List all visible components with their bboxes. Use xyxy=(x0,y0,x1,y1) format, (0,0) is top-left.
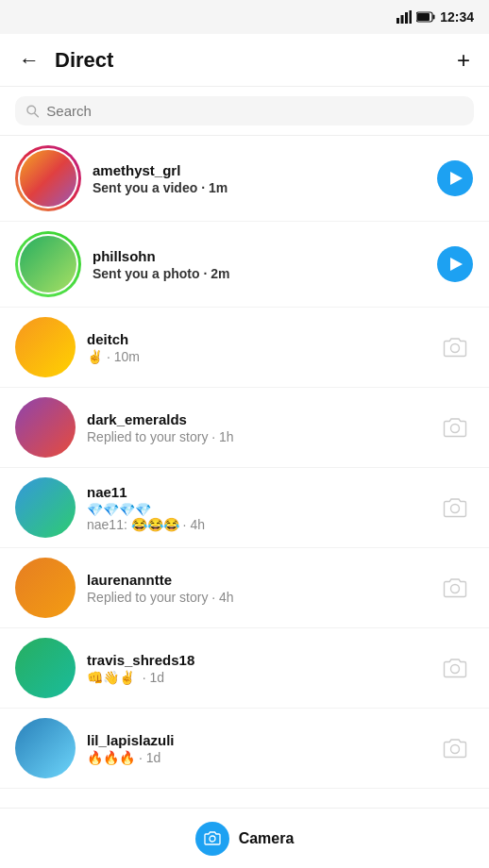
svg-rect-0 xyxy=(396,18,399,24)
message-username: nae11 xyxy=(87,484,425,500)
search-container xyxy=(0,87,489,136)
avatar xyxy=(15,638,76,698)
svg-rect-5 xyxy=(433,15,435,20)
message-preview: Sent you a video · 1m xyxy=(93,180,425,195)
avatar xyxy=(15,718,76,778)
avatar xyxy=(15,558,76,618)
camera-label[interactable]: Camera xyxy=(239,830,295,847)
list-item[interactable]: amethyst_grl Sent you a video · 1m xyxy=(0,136,489,222)
message-preview-line1: 💎💎💎💎 xyxy=(87,502,425,517)
svg-point-9 xyxy=(451,344,460,353)
avatar xyxy=(15,397,76,458)
svg-rect-2 xyxy=(405,12,408,24)
list-item[interactable]: deitch ✌️ · 10m xyxy=(0,308,489,388)
svg-rect-3 xyxy=(410,10,413,24)
camera-action-button[interactable] xyxy=(436,729,474,767)
message-content: phillsohn Sent you a photo · 2m xyxy=(93,248,425,281)
avatar-ring xyxy=(15,231,81,297)
camera-icon xyxy=(443,337,467,358)
list-item[interactable]: dark_emeralds Replied to your story · 1h xyxy=(0,388,489,468)
avatar xyxy=(15,317,76,377)
message-username: travis_shreds18 xyxy=(87,652,425,668)
message-content: laurenanntte Replied to your story · 4h xyxy=(87,572,425,605)
message-content: travis_shreds18 👊👋✌️ · 1d xyxy=(87,652,425,685)
message-username: lil_lapislazuli xyxy=(87,732,425,748)
search-icon xyxy=(26,105,39,118)
camera-action-button[interactable] xyxy=(436,328,474,366)
message-username: phillsohn xyxy=(93,248,425,264)
camera-action-button[interactable] xyxy=(436,569,474,607)
message-content: amethyst_grl Sent you a video · 1m xyxy=(93,162,425,195)
message-preview: 🔥🔥🔥 · 1d xyxy=(87,750,425,765)
camera-bottom-icon xyxy=(195,822,229,856)
bottom-bar: Camera xyxy=(0,808,489,868)
play-circle xyxy=(437,246,473,282)
play-triangle-icon xyxy=(450,172,463,185)
play-button[interactable] xyxy=(436,159,474,197)
camera-icon xyxy=(443,417,467,438)
play-circle xyxy=(437,160,473,196)
list-item[interactable]: nae11 💎💎💎💎 nae11: 😂😂😂 · 4h xyxy=(0,468,489,548)
camera-action-button[interactable] xyxy=(436,489,474,526)
new-message-button[interactable]: + xyxy=(453,43,474,77)
message-preview: Replied to your story · 1h xyxy=(87,429,425,444)
list-item[interactable]: travis_shreds18 👊👋✌️ · 1d xyxy=(0,628,489,709)
svg-point-14 xyxy=(451,745,460,754)
message-list: amethyst_grl Sent you a video · 1m phill… xyxy=(0,136,489,789)
page-title: Direct xyxy=(55,48,453,73)
avatar xyxy=(20,150,76,207)
header: ← Direct + xyxy=(0,34,489,87)
svg-point-10 xyxy=(451,425,460,433)
status-time: 12:34 xyxy=(440,9,474,25)
message-content: lil_lapislazuli 🔥🔥🔥 · 1d xyxy=(87,732,425,765)
camera-icon xyxy=(443,738,467,759)
camera-icon xyxy=(204,831,221,845)
avatar-ring xyxy=(15,145,81,211)
camera-icon xyxy=(443,658,467,678)
back-button[interactable]: ← xyxy=(15,44,43,76)
message-content: nae11 💎💎💎💎 nae11: 😂😂😂 · 4h xyxy=(87,484,425,532)
svg-point-12 xyxy=(451,585,460,593)
svg-point-13 xyxy=(451,665,460,674)
svg-line-8 xyxy=(35,112,39,116)
list-item[interactable]: lil_lapislazuli 🔥🔥🔥 · 1d xyxy=(0,709,489,789)
message-content: dark_emeralds Replied to your story · 1h xyxy=(87,411,425,444)
camera-icon xyxy=(443,577,467,598)
avatar xyxy=(15,477,76,538)
message-username: dark_emeralds xyxy=(87,411,425,427)
message-preview: Replied to your story · 4h xyxy=(87,590,425,605)
search-wrapper[interactable] xyxy=(15,96,474,125)
message-preview: ✌️ · 10m xyxy=(87,349,425,364)
message-username: amethyst_grl xyxy=(93,162,425,178)
svg-point-15 xyxy=(210,836,215,842)
svg-rect-6 xyxy=(417,13,430,21)
list-item[interactable]: laurenanntte Replied to your story · 4h xyxy=(0,548,489,628)
message-preview: Sent you a photo · 2m xyxy=(93,266,425,281)
message-username: laurenanntte xyxy=(87,572,425,588)
avatar xyxy=(20,236,76,292)
battery-icon xyxy=(416,11,435,23)
camera-action-button[interactable] xyxy=(436,649,474,687)
camera-action-button[interactable] xyxy=(436,409,474,446)
list-item[interactable]: phillsohn Sent you a photo · 2m xyxy=(0,222,489,308)
message-username: deitch xyxy=(87,331,425,347)
svg-rect-1 xyxy=(401,15,404,24)
play-triangle-icon xyxy=(450,258,463,271)
camera-icon xyxy=(443,497,467,518)
message-preview: 👊👋✌️ · 1d xyxy=(87,670,425,685)
svg-point-11 xyxy=(451,505,460,513)
status-icons: 12:34 xyxy=(396,9,474,25)
status-bar: 12:34 xyxy=(0,0,489,34)
message-preview: nae11: 😂😂😂 · 4h xyxy=(87,517,425,532)
message-content: deitch ✌️ · 10m xyxy=(87,331,425,364)
signal-icon xyxy=(396,10,412,24)
play-button[interactable] xyxy=(436,245,474,283)
search-input[interactable] xyxy=(46,103,463,119)
